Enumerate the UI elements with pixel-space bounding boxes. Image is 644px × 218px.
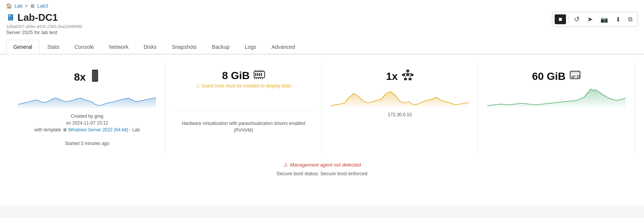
svg-line-27 bbox=[408, 73, 412, 74]
cpu-icon bbox=[90, 70, 100, 84]
breadcrumb: 🏠 Lab > 🖥 Lab3 bbox=[6, 3, 638, 10]
svg-rect-2 bbox=[94, 71, 95, 81]
template-prefix: with template bbox=[34, 127, 61, 132]
memory-virt-info: Hardware virtualization with paravirtual… bbox=[175, 120, 312, 134]
snapshot-button[interactable]: 📷 bbox=[597, 14, 611, 25]
tab-general[interactable]: General bbox=[6, 40, 39, 54]
svg-point-32 bbox=[577, 75, 579, 78]
clone-button[interactable]: ⧉ bbox=[625, 14, 635, 24]
vm-name: Lab-DC1 bbox=[17, 12, 58, 23]
started-status: Started 3 minutes ago bbox=[18, 140, 156, 147]
virt-info-text: Hardware virtualization with paravirtual… bbox=[175, 120, 312, 134]
svg-line-26 bbox=[404, 73, 408, 74]
footer-section: ⚠ Management agent not detected Secure b… bbox=[9, 162, 635, 176]
svg-rect-6 bbox=[257, 73, 258, 76]
vm-header: 🖥 Lab-DC1 1d5a6307-d08e-d420-2365-5ba1fd… bbox=[6, 10, 638, 38]
stats-grid: 8x bbox=[9, 64, 635, 153]
network-header: 1x bbox=[331, 70, 469, 83]
network-stat: 1x bbox=[322, 64, 478, 153]
memory-size: 8 GiB bbox=[222, 70, 249, 82]
svg-rect-7 bbox=[259, 73, 260, 76]
cpu-count: 8x bbox=[74, 71, 86, 83]
created-by-line: Created by greg bbox=[18, 113, 156, 120]
svg-rect-5 bbox=[255, 73, 256, 76]
top-bar: 🏠 Lab > 🖥 Lab3 🖥 Lab-DC1 1d5a6307-d08e-d… bbox=[0, 0, 644, 54]
svg-rect-24 bbox=[409, 78, 412, 80]
template-line: with template 🖥 Windows Server 2022 (64-… bbox=[18, 126, 156, 133]
svg-rect-20 bbox=[402, 74, 405, 76]
network-icon bbox=[402, 70, 414, 83]
svg-rect-8 bbox=[261, 73, 262, 76]
vm-description: Server 2025 for lab test bbox=[6, 30, 82, 35]
warning-icon: ⚠ bbox=[196, 83, 200, 89]
breadcrumb-lab3-icon: 🖥 bbox=[30, 3, 35, 9]
svg-rect-21 bbox=[406, 74, 409, 76]
cpu-chart bbox=[18, 87, 156, 108]
memory-chart bbox=[175, 92, 312, 112]
breadcrumb-lab-link[interactable]: Lab bbox=[14, 3, 23, 9]
svg-rect-3 bbox=[96, 71, 97, 81]
vm-icon: 🖥 bbox=[6, 13, 14, 23]
cpu-stat: 8x bbox=[9, 64, 165, 153]
vm-title-area: 🖥 Lab-DC1 1d5a6307-d08e-d420-2365-5ba1fd… bbox=[6, 12, 82, 35]
memory-icon bbox=[254, 70, 265, 82]
tab-network[interactable]: Network bbox=[102, 40, 136, 54]
disk-stat: 60 GiB bbox=[478, 64, 635, 153]
template-suffix: - Lab bbox=[129, 127, 140, 132]
mgmt-warning: ⚠ Management agent not detected bbox=[9, 162, 635, 168]
tab-stats[interactable]: Stats bbox=[40, 40, 67, 54]
breadcrumb-sep1: > bbox=[25, 3, 28, 9]
vm-uuid: 1d5a6307-d08e-d420-2365-5ba1fd48f9f0 bbox=[6, 24, 82, 29]
restart-button[interactable]: ↺ bbox=[571, 14, 583, 25]
breadcrumb-home-icon: 🏠 bbox=[6, 3, 12, 9]
tab-logs[interactable]: Logs bbox=[238, 40, 264, 54]
network-ip-address: 172.30.0.10 bbox=[331, 111, 469, 118]
svg-rect-22 bbox=[410, 74, 413, 76]
memory-warning: ⚠ Guest tools must be installed to displ… bbox=[175, 83, 312, 89]
breadcrumb-lab3-link[interactable]: Lab3 bbox=[37, 3, 48, 9]
main-content: 8x bbox=[0, 54, 644, 206]
svg-rect-23 bbox=[404, 78, 407, 80]
template-name-link[interactable]: Windows Server 2022 (64-bit) bbox=[68, 127, 128, 132]
tab-disks[interactable]: Disks bbox=[136, 40, 164, 54]
mgmt-warning-text: Management agent not detected bbox=[290, 162, 361, 168]
svg-rect-19 bbox=[406, 70, 409, 72]
disk-size: 60 GiB bbox=[532, 70, 566, 83]
created-date-line: on 2024-11-07 15:12 bbox=[18, 120, 156, 126]
memory-header: 8 GiB bbox=[175, 70, 312, 82]
tab-advanced[interactable]: Advanced bbox=[264, 40, 302, 54]
cpu-header: 8x bbox=[18, 70, 156, 84]
tab-snapshots[interactable]: Snapshots bbox=[165, 40, 204, 54]
disk-chart bbox=[487, 86, 625, 107]
tabs: General Stats Console Network Disks Snap… bbox=[6, 40, 638, 54]
toolbar-divider-1 bbox=[568, 16, 569, 23]
svg-rect-33 bbox=[571, 76, 576, 76]
network-count: 1x bbox=[386, 70, 398, 83]
svg-rect-31 bbox=[570, 71, 580, 74]
secure-boot-status: Secure boot status: Secure boot enforced bbox=[9, 171, 635, 176]
svg-rect-1 bbox=[93, 71, 94, 81]
console-button[interactable]: ➤ bbox=[584, 14, 596, 25]
template-icon: 🖥 bbox=[62, 127, 68, 132]
vm-title: 🖥 Lab-DC1 bbox=[6, 12, 82, 23]
cpu-creation-info: Created by greg on 2024-11-07 15:12 with… bbox=[18, 113, 156, 147]
warning-text-label: Guest tools must be installed to display… bbox=[201, 83, 291, 89]
tab-console[interactable]: Console bbox=[67, 40, 101, 54]
disk-icon bbox=[569, 70, 581, 83]
tab-backup[interactable]: Backup bbox=[205, 40, 237, 54]
network-ip: 172.30.0.10 bbox=[331, 111, 469, 118]
stop-button[interactable]: ■ bbox=[555, 14, 566, 24]
disk-header: 60 GiB bbox=[487, 70, 625, 83]
download-button[interactable]: ⬇ bbox=[613, 14, 624, 25]
svg-rect-34 bbox=[571, 77, 574, 78]
mgmt-warning-icon: ⚠ bbox=[283, 162, 288, 168]
network-chart bbox=[331, 86, 469, 107]
toolbar: ■ ↺ ➤ 📷 ⬇ ⧉ bbox=[552, 12, 638, 27]
memory-stat: 8 GiB bbox=[165, 64, 322, 153]
